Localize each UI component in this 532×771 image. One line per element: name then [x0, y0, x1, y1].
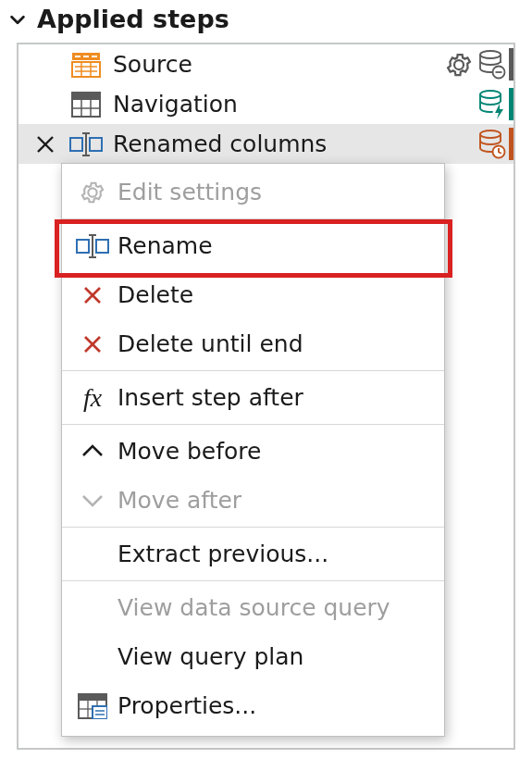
menu-delete[interactable]: Delete	[62, 270, 444, 319]
svg-point-9	[480, 51, 501, 58]
menu-delete-until-end[interactable]: Delete until end	[62, 319, 444, 368]
applied-steps-header[interactable]: Applied steps	[0, 0, 532, 37]
close-icon	[71, 284, 114, 306]
menu-separator	[62, 580, 444, 581]
menu-label: Insert step after	[118, 384, 435, 411]
properties-icon	[71, 693, 114, 719]
menu-label: Delete until end	[118, 330, 435, 357]
chevron-up-icon	[71, 441, 114, 462]
database-remove-icon	[478, 50, 506, 80]
fx-icon: fx	[71, 383, 114, 413]
menu-separator	[62, 424, 444, 425]
menu-separator	[62, 527, 444, 528]
menu-insert-step-after[interactable]: fx Insert step after	[62, 373, 444, 422]
chevron-down-icon	[71, 491, 114, 511]
step-navigation[interactable]: Navigation	[19, 84, 513, 124]
svg-rect-21	[70, 138, 82, 151]
menu-label: View query plan	[118, 643, 435, 670]
menu-extract-previous[interactable]: Extract previous...	[62, 529, 444, 578]
gear-icon[interactable]	[445, 51, 473, 79]
menu-label: Move before	[118, 438, 435, 465]
step-label: Navigation	[113, 91, 469, 118]
step-label: Source	[113, 51, 436, 78]
svg-rect-26	[77, 240, 89, 253]
chevron-down-icon	[7, 9, 28, 30]
applied-steps-title: Applied steps	[37, 5, 229, 33]
menu-label: Rename	[118, 232, 435, 259]
menu-label: Properties...	[118, 692, 435, 719]
menu-view-data-source-query: View data source query	[62, 583, 444, 632]
svg-rect-27	[96, 240, 108, 253]
menu-move-before[interactable]: Move before	[62, 427, 444, 476]
menu-properties[interactable]: Properties...	[62, 681, 444, 730]
rename-icon	[71, 234, 114, 258]
rename-columns-icon	[68, 131, 104, 157]
menu-rename[interactable]: Rename	[62, 221, 444, 270]
database-clock-icon	[478, 130, 506, 159]
menu-label: Move after	[118, 487, 435, 514]
close-icon	[71, 333, 114, 355]
svg-rect-34	[79, 694, 106, 701]
step-renamed-columns[interactable]: Renamed columns	[19, 124, 513, 164]
svg-rect-1	[72, 62, 100, 77]
status-marker	[509, 48, 513, 81]
table-icon	[68, 92, 104, 118]
svg-point-17	[480, 91, 501, 98]
gear-icon	[71, 180, 114, 205]
menu-separator	[62, 218, 444, 219]
menu-label: Edit settings	[118, 179, 435, 205]
menu-separator	[62, 370, 444, 371]
status-marker	[509, 128, 513, 160]
step-label: Renamed columns	[113, 131, 469, 157]
svg-rect-38	[93, 706, 107, 719]
svg-point-24	[480, 131, 501, 138]
database-bolt-icon	[478, 90, 506, 119]
status-marker	[509, 88, 513, 120]
menu-label: View data source query	[118, 594, 435, 621]
delete-step-icon[interactable]	[31, 133, 59, 155]
svg-marker-18	[495, 104, 503, 119]
step-source[interactable]: Source	[19, 44, 513, 84]
menu-move-after: Move after	[62, 476, 444, 525]
step-context-menu: Edit settings Rename Delete	[61, 163, 445, 737]
svg-rect-13	[72, 93, 100, 100]
menu-label: Delete	[118, 281, 435, 308]
menu-view-query-plan[interactable]: View query plan	[62, 632, 444, 681]
menu-label: Extract previous...	[118, 541, 435, 567]
svg-rect-22	[90, 138, 102, 151]
menu-edit-settings: Edit settings	[62, 168, 444, 217]
table-source-icon	[68, 52, 104, 78]
